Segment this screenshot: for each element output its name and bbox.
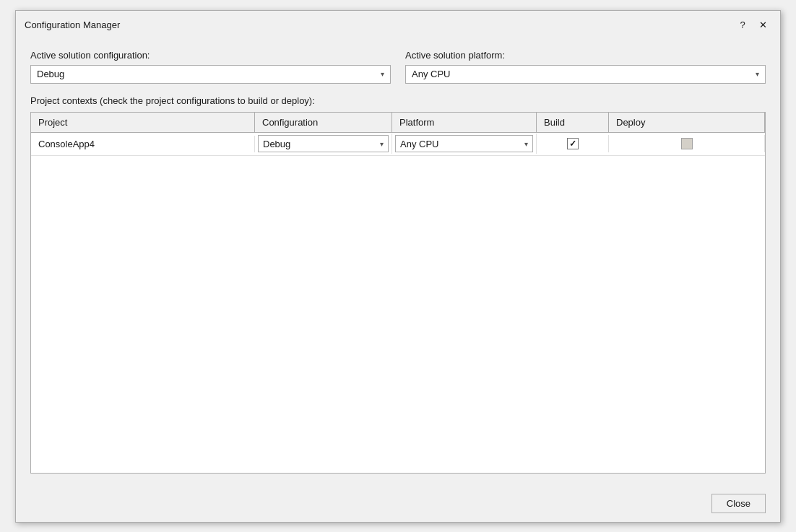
cell-configuration: Debug ▾ <box>255 134 392 154</box>
cell-project-name: ConsoleApp4 <box>31 136 255 152</box>
active-config-value: Debug <box>37 69 64 79</box>
active-platform-arrow: ▾ <box>756 70 759 78</box>
dialog-body: Active solution configuration: Debug ▾ A… <box>16 38 780 485</box>
active-config-group: Active solution configuration: Debug ▾ <box>30 50 391 84</box>
close-title-button[interactable]: ✕ <box>754 17 771 34</box>
col-header-build: Build <box>537 113 609 132</box>
project-contexts-label: Project contexts (check the project conf… <box>30 95 766 106</box>
close-button[interactable]: Close <box>711 494 766 513</box>
active-platform-dropdown[interactable]: Any CPU ▾ <box>405 65 766 84</box>
active-platform-group: Active solution platform: Any CPU ▾ <box>405 50 766 84</box>
active-config-arrow: ▾ <box>381 70 384 78</box>
active-platform-label: Active solution platform: <box>405 50 766 61</box>
deploy-checkbox[interactable] <box>681 138 693 149</box>
title-bar-left: Configuration Manager <box>25 19 120 30</box>
configuration-manager-dialog: Configuration Manager ? ✕ Active solutio… <box>15 10 781 523</box>
col-header-platform: Platform <box>392 113 537 132</box>
table-row: ConsoleApp4 Debug ▾ Any CPU ▾ <box>31 133 765 156</box>
row-platform-dropdown[interactable]: Any CPU ▾ <box>395 135 533 152</box>
dialog-footer: Close <box>16 485 780 522</box>
col-header-deploy: Deploy <box>609 113 765 132</box>
active-platform-value: Any CPU <box>412 69 450 79</box>
row-platform-value: Any CPU <box>400 139 438 149</box>
active-config-dropdown[interactable]: Debug ▾ <box>30 65 391 84</box>
help-button[interactable]: ? <box>734 17 751 34</box>
row-config-arrow: ▾ <box>380 140 384 148</box>
active-config-label: Active solution configuration: <box>30 50 391 61</box>
cell-deploy <box>609 135 765 152</box>
row-platform-arrow: ▾ <box>524 140 528 148</box>
title-bar-controls: ? ✕ <box>734 17 771 34</box>
top-row: Active solution configuration: Debug ▾ A… <box>30 50 766 84</box>
col-header-project: Project <box>31 113 255 132</box>
col-header-configuration: Configuration <box>255 113 392 132</box>
dialog-title: Configuration Manager <box>25 19 120 30</box>
table-header: Project Configuration Platform Build Dep… <box>31 113 765 133</box>
cell-platform: Any CPU ▾ <box>392 134 537 154</box>
cell-build <box>537 135 609 152</box>
table-body: ConsoleApp4 Debug ▾ Any CPU ▾ <box>31 133 765 473</box>
project-table: Project Configuration Platform Build Dep… <box>30 112 766 474</box>
row-config-dropdown[interactable]: Debug ▾ <box>258 135 389 152</box>
title-bar: Configuration Manager ? ✕ <box>16 11 780 38</box>
build-checkbox[interactable] <box>567 138 579 149</box>
row-config-value: Debug <box>263 139 290 149</box>
